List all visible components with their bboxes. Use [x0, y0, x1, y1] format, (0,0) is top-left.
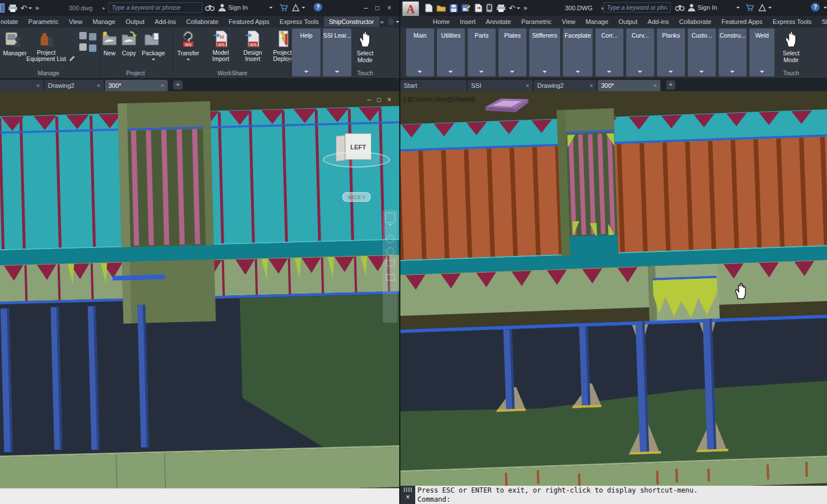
- model-import-icon[interactable]: MWS: [212, 30, 229, 48]
- tab-featured-apps[interactable]: Featured Apps: [224, 17, 275, 27]
- panel-planks[interactable]: Planks: [657, 29, 685, 76]
- file-tab-drawing2[interactable]: Drawing2×: [534, 80, 597, 91]
- autodesk-app-icon[interactable]: [292, 4, 299, 11]
- select-mode-hand-icon[interactable]: [358, 30, 372, 48]
- tab-annotate[interactable]: notate: [0, 17, 23, 27]
- wcs-menu[interactable]: WCS ▿: [342, 192, 371, 202]
- project-group-label[interactable]: Project: [108, 70, 163, 76]
- tab-collaborate[interactable]: Collaborate: [674, 17, 716, 27]
- tab-view[interactable]: View: [557, 17, 581, 27]
- package-caret-icon[interactable]: [152, 59, 155, 60]
- transfer-button[interactable]: Transfer: [175, 50, 202, 56]
- tab-annotate[interactable]: Annotate: [481, 17, 516, 27]
- select-mode-label-2[interactable]: Mode: [778, 56, 804, 63]
- app-caret-icon[interactable]: [768, 7, 772, 9]
- file-tab-start[interactable]: Start: [400, 80, 467, 91]
- window-minimize-button[interactable]: –: [364, 4, 368, 12]
- tab-express-tools[interactable]: Express Tools: [274, 17, 323, 27]
- package-button[interactable]: Package: [137, 50, 170, 56]
- close-tab-icon[interactable]: ×: [654, 82, 657, 89]
- sign-in-button[interactable]: Sign In: [228, 4, 248, 11]
- save-as-icon[interactable]: [461, 4, 471, 13]
- select-mode-label-1[interactable]: Select: [352, 50, 378, 56]
- panel-custom[interactable]: Custo...: [688, 29, 716, 76]
- small-tool-icon-1[interactable]: [79, 32, 87, 39]
- help-icon[interactable]: ?: [314, 3, 322, 11]
- close-tab-icon[interactable]: ×: [526, 82, 529, 89]
- small-tool-icon-3[interactable]: [79, 43, 87, 51]
- ribbon-expand-icon[interactable]: »: [380, 18, 384, 25]
- panel-caret-icon[interactable]: [542, 71, 547, 73]
- cloud-menu-icon[interactable]: [388, 18, 394, 25]
- command-palette-grip[interactable]: ×: [400, 486, 415, 504]
- manager-icon[interactable]: [5, 31, 22, 48]
- tab-addins[interactable]: Add-ins: [643, 17, 674, 27]
- drawing-close-button[interactable]: ×: [387, 96, 391, 104]
- close-tab-icon[interactable]: ×: [161, 82, 164, 89]
- file-tab-300-active[interactable]: 300*×: [598, 80, 660, 91]
- design-insert-icon[interactable]: WS: [244, 30, 261, 48]
- app-caret-icon[interactable]: [302, 7, 305, 9]
- tab-shipconstructor[interactable]: ShipC: [817, 17, 827, 27]
- showmotion-icon[interactable]: [386, 274, 395, 281]
- tab-featured-apps[interactable]: Featured Apps: [716, 17, 768, 27]
- small-tool-icon-4[interactable]: [89, 44, 96, 52]
- help-icon[interactable]: ?: [811, 3, 820, 11]
- package-project-icon[interactable]: [144, 31, 160, 47]
- tab-parametric[interactable]: Parametric: [516, 17, 557, 27]
- undo-icon[interactable]: ↶: [21, 3, 27, 13]
- right-search-input[interactable]: [603, 2, 671, 13]
- cart-icon[interactable]: [745, 4, 754, 11]
- model-import-button[interactable]: Model Import: [204, 50, 237, 62]
- panel-caret-icon[interactable]: [417, 71, 422, 73]
- redo-icon[interactable]: »: [524, 4, 528, 12]
- signin-caret-icon[interactable]: [736, 7, 740, 9]
- orbit-icon[interactable]: [386, 260, 395, 266]
- edit-pencil-icon[interactable]: [68, 55, 76, 62]
- open-folder-icon[interactable]: [436, 4, 446, 12]
- file-tab-300-active[interactable]: 300*×: [105, 80, 168, 91]
- device-icon[interactable]: [486, 3, 493, 13]
- export-icon[interactable]: [475, 3, 483, 13]
- signin-caret-icon[interactable]: [269, 7, 273, 9]
- copy-project-icon[interactable]: [121, 31, 137, 47]
- manage-group-label[interactable]: Manage: [17, 70, 80, 76]
- panel-caret-icon[interactable]: [479, 71, 484, 73]
- redo-icon[interactable]: »: [35, 4, 39, 12]
- ssi-learn-panel-button[interactable]: SSI Lear...: [323, 29, 351, 76]
- tab-output[interactable]: Output: [614, 17, 643, 27]
- panel-faceplate[interactable]: Faceplate: [563, 29, 593, 76]
- file-tab-ssi[interactable]: SSI×: [468, 80, 533, 91]
- viewport-controls-label[interactable]: [-][Custom View][Shaded]: [404, 96, 475, 103]
- panel-parts[interactable]: Parts: [468, 29, 496, 76]
- file-tab-drawing2[interactable]: Drawing2×: [44, 80, 104, 91]
- help-caret-icon[interactable]: [824, 7, 827, 9]
- cart-icon[interactable]: [279, 4, 288, 11]
- panel-caret-icon[interactable]: [448, 71, 453, 73]
- grip-dots-icon[interactable]: [404, 487, 412, 492]
- close-tab-icon[interactable]: ×: [97, 82, 100, 89]
- search-arrow-icon[interactable]: ▸: [103, 5, 106, 11]
- navigation-bar[interactable]: [383, 210, 398, 323]
- close-tab-icon[interactable]: ×: [37, 82, 40, 89]
- search-binoculars-icon[interactable]: [205, 4, 214, 11]
- panel-caret-icon[interactable]: [730, 71, 735, 73]
- panel-stiffeners[interactable]: Stiffeners: [529, 29, 560, 76]
- pan-icon[interactable]: [386, 235, 394, 243]
- panel-caret-icon[interactable]: [638, 71, 642, 73]
- transfer-icon[interactable]: WS: [180, 30, 197, 48]
- select-mode-hand-icon[interactable]: [784, 30, 798, 48]
- tab-home[interactable]: Home: [428, 17, 455, 27]
- select-mode-label-1[interactable]: Select: [778, 50, 804, 56]
- panel-main[interactable]: Main: [406, 29, 434, 76]
- panel-plates[interactable]: Plates: [498, 29, 526, 76]
- equipment-list-button[interactable]: Project Equipment List: [24, 50, 68, 62]
- partial-toolbar-icon[interactable]: [0, 3, 5, 13]
- tab-manage[interactable]: Manage: [87, 17, 120, 27]
- search-binoculars-icon[interactable]: [675, 4, 684, 11]
- tab-express-tools[interactable]: Express Tools: [768, 17, 817, 27]
- tab-addins[interactable]: Add-ins: [149, 17, 181, 27]
- panel-caret-icon[interactable]: [575, 71, 580, 73]
- workshare-group-label[interactable]: WorkShare: [205, 70, 260, 76]
- tab-view[interactable]: View: [64, 17, 88, 27]
